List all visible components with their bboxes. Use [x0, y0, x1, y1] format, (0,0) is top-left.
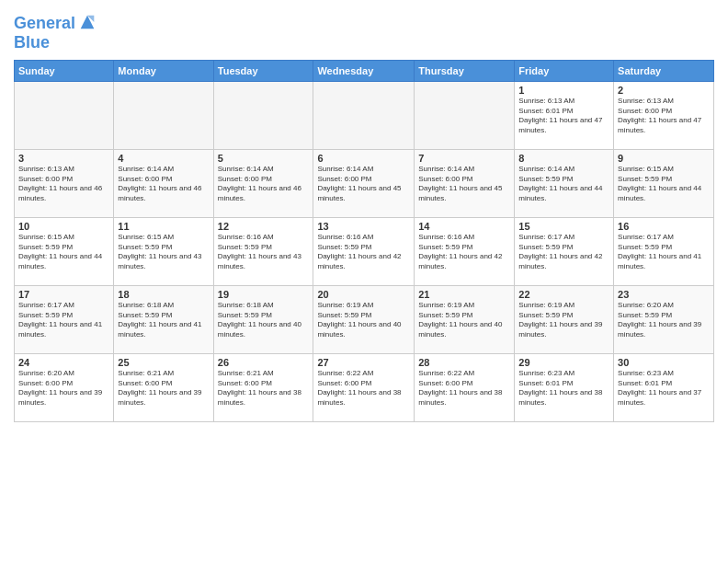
day-info: Sunrise: 6:16 AMSunset: 5:59 PMDaylight:… [218, 233, 310, 272]
calendar-day-cell: 3Sunrise: 6:13 AMSunset: 6:00 PMDaylight… [15, 149, 114, 217]
day-info: Sunrise: 6:17 AMSunset: 5:59 PMDaylight:… [618, 233, 710, 272]
day-info: Sunrise: 6:14 AMSunset: 5:59 PMDaylight:… [518, 165, 609, 204]
calendar-day-cell: 9Sunrise: 6:15 AMSunset: 5:59 PMDaylight… [614, 149, 714, 217]
day-info: Sunrise: 6:16 AMSunset: 5:59 PMDaylight:… [317, 233, 410, 272]
calendar-day-cell: 2Sunrise: 6:13 AMSunset: 6:00 PMDaylight… [614, 81, 714, 149]
day-info: Sunrise: 6:19 AMSunset: 5:59 PMDaylight:… [317, 301, 410, 340]
day-number: 15 [518, 221, 609, 232]
day-info: Sunrise: 6:18 AMSunset: 5:59 PMDaylight:… [118, 301, 209, 340]
day-info: Sunrise: 6:20 AMSunset: 5:59 PMDaylight:… [618, 301, 710, 340]
day-info: Sunrise: 6:17 AMSunset: 5:59 PMDaylight:… [18, 301, 109, 340]
calendar-day-cell: 12Sunrise: 6:16 AMSunset: 5:59 PMDayligh… [213, 217, 313, 285]
day-number: 11 [118, 221, 209, 232]
day-number: 9 [618, 153, 710, 164]
calendar-header-thursday: Thursday [415, 60, 515, 81]
calendar-day-cell: 1Sunrise: 6:13 AMSunset: 6:01 PMDaylight… [515, 81, 614, 149]
logo-text: General [14, 15, 75, 33]
day-number: 18 [118, 289, 209, 300]
page-container: General Blue SundayMondayTuesdayWednesda… [0, 0, 728, 427]
day-info: Sunrise: 6:21 AMSunset: 6:00 PMDaylight:… [218, 369, 310, 408]
day-number: 2 [618, 85, 710, 96]
calendar-day-cell [213, 81, 313, 149]
day-number: 1 [518, 85, 609, 96]
day-number: 27 [317, 357, 410, 368]
day-info: Sunrise: 6:19 AMSunset: 5:59 PMDaylight:… [418, 301, 510, 340]
day-number: 6 [317, 153, 410, 164]
calendar-day-cell [313, 81, 415, 149]
day-info: Sunrise: 6:14 AMSunset: 6:00 PMDaylight:… [118, 165, 209, 204]
calendar-day-cell: 25Sunrise: 6:21 AMSunset: 6:00 PMDayligh… [114, 353, 213, 421]
calendar-week-row: 1Sunrise: 6:13 AMSunset: 6:01 PMDaylight… [15, 81, 714, 149]
calendar-header-saturday: Saturday [614, 60, 714, 81]
calendar-header-row: SundayMondayTuesdayWednesdayThursdayFrid… [15, 60, 714, 81]
day-number: 21 [418, 289, 510, 300]
calendar-day-cell: 28Sunrise: 6:22 AMSunset: 6:00 PMDayligh… [415, 353, 515, 421]
calendar-day-cell [415, 81, 515, 149]
calendar-day-cell: 29Sunrise: 6:23 AMSunset: 6:01 PMDayligh… [515, 353, 614, 421]
day-info: Sunrise: 6:15 AMSunset: 5:59 PMDaylight:… [118, 233, 209, 272]
day-number: 8 [518, 153, 609, 164]
calendar-week-row: 10Sunrise: 6:15 AMSunset: 5:59 PMDayligh… [15, 217, 714, 285]
page-header: General Blue [14, 9, 714, 52]
day-number: 13 [317, 221, 410, 232]
calendar-day-cell: 14Sunrise: 6:16 AMSunset: 5:59 PMDayligh… [415, 217, 515, 285]
calendar-day-cell: 16Sunrise: 6:17 AMSunset: 5:59 PMDayligh… [614, 217, 714, 285]
day-info: Sunrise: 6:22 AMSunset: 6:00 PMDaylight:… [317, 369, 410, 408]
day-number: 17 [18, 289, 109, 300]
calendar-day-cell [15, 81, 114, 149]
calendar-day-cell: 27Sunrise: 6:22 AMSunset: 6:00 PMDayligh… [313, 353, 415, 421]
calendar-day-cell: 10Sunrise: 6:15 AMSunset: 5:59 PMDayligh… [15, 217, 114, 285]
day-number: 30 [618, 357, 710, 368]
logo: General Blue [14, 14, 97, 52]
calendar-header-monday: Monday [114, 60, 213, 81]
calendar-day-cell: 17Sunrise: 6:17 AMSunset: 5:59 PMDayligh… [15, 285, 114, 353]
calendar-day-cell: 6Sunrise: 6:14 AMSunset: 6:00 PMDaylight… [313, 149, 415, 217]
day-info: Sunrise: 6:21 AMSunset: 6:00 PMDaylight:… [118, 369, 209, 408]
day-info: Sunrise: 6:13 AMSunset: 6:00 PMDaylight:… [618, 97, 710, 136]
calendar-day-cell: 13Sunrise: 6:16 AMSunset: 5:59 PMDayligh… [313, 217, 415, 285]
day-number: 23 [618, 289, 710, 300]
calendar-day-cell: 26Sunrise: 6:21 AMSunset: 6:00 PMDayligh… [213, 353, 313, 421]
calendar-day-cell: 11Sunrise: 6:15 AMSunset: 5:59 PMDayligh… [114, 217, 213, 285]
day-info: Sunrise: 6:15 AMSunset: 5:59 PMDaylight:… [618, 165, 710, 204]
day-number: 10 [18, 221, 109, 232]
day-number: 16 [618, 221, 710, 232]
day-info: Sunrise: 6:15 AMSunset: 5:59 PMDaylight:… [18, 233, 109, 272]
calendar-week-row: 3Sunrise: 6:13 AMSunset: 6:00 PMDaylight… [15, 149, 714, 217]
day-number: 5 [218, 153, 310, 164]
calendar-day-cell: 24Sunrise: 6:20 AMSunset: 6:00 PMDayligh… [15, 353, 114, 421]
day-info: Sunrise: 6:20 AMSunset: 6:00 PMDaylight:… [18, 369, 109, 408]
day-number: 28 [418, 357, 510, 368]
day-info: Sunrise: 6:18 AMSunset: 5:59 PMDaylight:… [218, 301, 310, 340]
calendar-day-cell: 22Sunrise: 6:19 AMSunset: 5:59 PMDayligh… [515, 285, 614, 353]
day-number: 14 [418, 221, 510, 232]
day-info: Sunrise: 6:19 AMSunset: 5:59 PMDaylight:… [518, 301, 609, 340]
day-number: 24 [18, 357, 109, 368]
calendar-header-wednesday: Wednesday [313, 60, 415, 81]
calendar-header-tuesday: Tuesday [213, 60, 313, 81]
day-info: Sunrise: 6:22 AMSunset: 6:00 PMDaylight:… [418, 369, 510, 408]
calendar-day-cell [114, 81, 213, 149]
day-number: 25 [118, 357, 209, 368]
logo-icon [77, 12, 97, 32]
calendar-header-sunday: Sunday [15, 60, 114, 81]
day-info: Sunrise: 6:23 AMSunset: 6:01 PMDaylight:… [518, 369, 609, 408]
calendar-header-friday: Friday [515, 60, 614, 81]
calendar-day-cell: 20Sunrise: 6:19 AMSunset: 5:59 PMDayligh… [313, 285, 415, 353]
day-info: Sunrise: 6:17 AMSunset: 5:59 PMDaylight:… [518, 233, 609, 272]
calendar-day-cell: 21Sunrise: 6:19 AMSunset: 5:59 PMDayligh… [415, 285, 515, 353]
calendar-week-row: 17Sunrise: 6:17 AMSunset: 5:59 PMDayligh… [15, 285, 714, 353]
calendar-day-cell: 19Sunrise: 6:18 AMSunset: 5:59 PMDayligh… [213, 285, 313, 353]
calendar-day-cell: 5Sunrise: 6:14 AMSunset: 6:00 PMDaylight… [213, 149, 313, 217]
day-number: 26 [218, 357, 310, 368]
day-info: Sunrise: 6:14 AMSunset: 6:00 PMDaylight:… [218, 165, 310, 204]
day-info: Sunrise: 6:14 AMSunset: 6:00 PMDaylight:… [317, 165, 410, 204]
day-info: Sunrise: 6:13 AMSunset: 6:00 PMDaylight:… [18, 165, 109, 204]
calendar-day-cell: 30Sunrise: 6:23 AMSunset: 6:01 PMDayligh… [614, 353, 714, 421]
day-info: Sunrise: 6:23 AMSunset: 6:01 PMDaylight:… [618, 369, 710, 408]
calendar-day-cell: 8Sunrise: 6:14 AMSunset: 5:59 PMDaylight… [515, 149, 614, 217]
calendar-day-cell: 18Sunrise: 6:18 AMSunset: 5:59 PMDayligh… [114, 285, 213, 353]
day-number: 19 [218, 289, 310, 300]
calendar-day-cell: 23Sunrise: 6:20 AMSunset: 5:59 PMDayligh… [614, 285, 714, 353]
day-info: Sunrise: 6:13 AMSunset: 6:01 PMDaylight:… [518, 97, 609, 136]
